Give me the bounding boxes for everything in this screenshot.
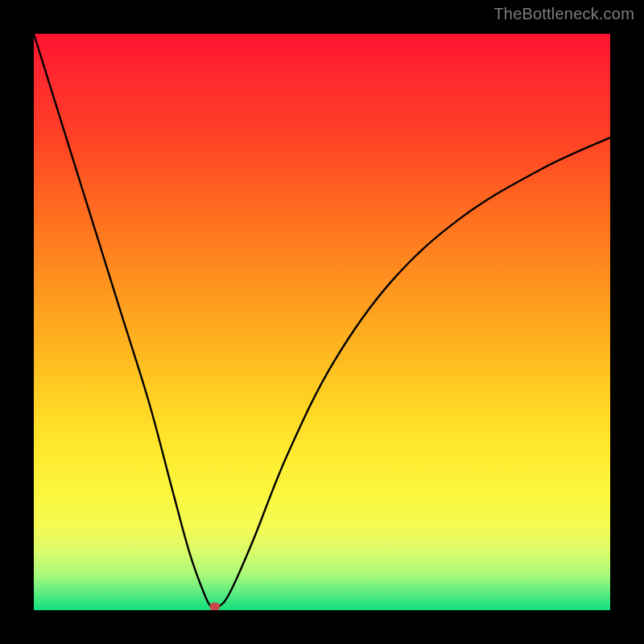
curve-svg [34, 34, 610, 610]
minimum-marker [209, 602, 220, 610]
watermark-text: TheBottleneck.com [493, 5, 634, 23]
plot-area [34, 34, 610, 610]
bottleneck-curve [34, 34, 610, 609]
chart-frame: TheBottleneck.com [0, 0, 644, 644]
